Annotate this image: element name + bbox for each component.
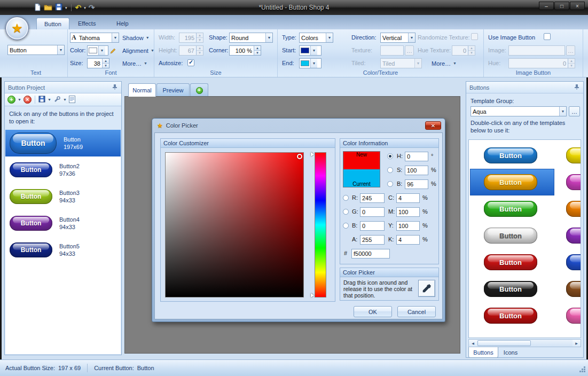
- black-input[interactable]: [396, 235, 420, 245]
- statusbar-separator: [87, 364, 88, 372]
- red-radio[interactable]: [343, 195, 349, 201]
- saturation-radio[interactable]: [387, 167, 393, 173]
- magenta-input[interactable]: [396, 207, 420, 217]
- template-button[interactable]: Button: [484, 228, 537, 244]
- panel-tab-icons[interactable]: Icons: [499, 347, 522, 358]
- template-button[interactable]: Button: [566, 308, 581, 324]
- template-group-browse-button[interactable]: …: [569, 106, 580, 116]
- font-family-combo[interactable]: A Tahoma▼: [70, 33, 119, 43]
- brightness-radio[interactable]: [387, 181, 393, 187]
- blue-label: B:: [352, 222, 357, 229]
- template-button[interactable]: Button: [566, 201, 581, 217]
- minimize-button[interactable]: –: [539, 2, 554, 10]
- hue-radio[interactable]: [387, 153, 393, 159]
- color-selection-marker: [297, 154, 302, 159]
- canvas-tab-preview[interactable]: Preview: [156, 83, 190, 97]
- canvas-tab-add[interactable]: +: [190, 83, 208, 97]
- hex-input[interactable]: [351, 249, 390, 258]
- save-dropdown-icon[interactable]: ▼: [48, 98, 51, 101]
- star-icon: ★: [11, 21, 23, 36]
- alpha-input[interactable]: [360, 235, 385, 245]
- ok-button[interactable]: OK: [354, 306, 392, 317]
- template-horizontal-scrollbar[interactable]: ◀ ▶: [468, 339, 581, 347]
- maximize-button[interactable]: □: [554, 2, 569, 10]
- end-color-combo[interactable]: ▼: [299, 58, 322, 68]
- button-text-combo[interactable]: Button▼: [7, 45, 65, 55]
- eyedropper-button[interactable]: [418, 280, 435, 297]
- tab-button[interactable]: Button: [36, 18, 69, 29]
- height-spinner: 67 ▲▼: [179, 45, 203, 56]
- project-item[interactable]: Button Button197x69: [5, 130, 121, 156]
- project-item[interactable]: Button Button297x36: [5, 156, 121, 183]
- scrollbar-thumb[interactable]: [477, 340, 531, 346]
- template-button[interactable]: Button: [566, 174, 581, 190]
- pin-icon[interactable]: [574, 84, 580, 91]
- alignment-dropdown[interactable]: Alignment▼: [120, 45, 156, 56]
- template-button[interactable]: Button: [566, 147, 581, 163]
- tools-wrench-icon[interactable]: [53, 96, 61, 104]
- spinner-arrows-icon: ▲▼: [568, 59, 575, 68]
- green-input[interactable]: [360, 207, 385, 217]
- resize-grip[interactable]: [579, 366, 586, 373]
- template-button[interactable]: Button: [484, 308, 537, 324]
- start-color-combo[interactable]: ▼: [299, 45, 322, 56]
- template-group-combo[interactable]: Aqua▼: [471, 106, 567, 116]
- project-item[interactable]: Button Button394x33: [5, 183, 121, 210]
- cancel-button[interactable]: Cancel: [397, 306, 436, 317]
- font-more-dropdown[interactable]: More…▼: [120, 58, 150, 68]
- font-size-spinner[interactable]: 38 ▲▼: [87, 58, 109, 68]
- report-icon[interactable]: [69, 96, 75, 104]
- font-color-picker-button[interactable]: [110, 45, 120, 56]
- template-button[interactable]: Button: [484, 254, 537, 270]
- saturation-value-field[interactable]: [165, 152, 304, 297]
- dialog-titlebar[interactable]: ★ Color Picker: [152, 119, 445, 132]
- hue-unit: °: [431, 153, 433, 159]
- cyan-input[interactable]: [396, 193, 420, 203]
- type-combo[interactable]: Colors▼: [299, 33, 333, 43]
- font-color-combo[interactable]: ▼: [87, 45, 108, 56]
- save-project-icon[interactable]: [38, 96, 45, 104]
- scroll-right-icon[interactable]: ▶: [573, 340, 581, 347]
- template-button[interactable]: Button: [484, 147, 537, 163]
- scroll-left-icon[interactable]: ◀: [469, 340, 477, 347]
- delete-button-icon[interactable]: ×: [23, 96, 32, 104]
- use-image-button-checkbox[interactable]: [544, 33, 551, 40]
- yellow-input[interactable]: [396, 221, 420, 231]
- green-radio[interactable]: [343, 209, 349, 215]
- project-item[interactable]: Button Button494x33: [5, 210, 121, 237]
- color-more-dropdown[interactable]: More…▼: [429, 58, 459, 68]
- pin-icon[interactable]: [112, 84, 118, 91]
- template-button[interactable]: Button: [484, 174, 537, 190]
- tab-effects[interactable]: Effects: [70, 18, 103, 29]
- blue-input[interactable]: [360, 221, 385, 231]
- add-button-icon[interactable]: +: [7, 96, 15, 104]
- shadow-dropdown[interactable]: Shadow▼: [120, 33, 152, 43]
- canvas-tab-normal[interactable]: Normal: [128, 83, 156, 97]
- tools-dropdown-icon[interactable]: ▼: [63, 98, 67, 101]
- tab-help[interactable]: Help: [109, 18, 136, 29]
- template-button[interactable]: Button: [566, 281, 581, 297]
- hue-input[interactable]: [405, 152, 428, 161]
- add-dropdown-icon[interactable]: ▼: [18, 98, 21, 101]
- new-color-swatch: New: [343, 152, 380, 169]
- blue-radio[interactable]: [343, 223, 349, 229]
- panel-tab-buttons[interactable]: Buttons: [468, 347, 498, 358]
- template-button[interactable]: Button: [484, 281, 537, 297]
- direction-combo[interactable]: Vertical▼: [380, 33, 415, 43]
- project-item[interactable]: Button Button594x33: [5, 237, 121, 263]
- brightness-input[interactable]: [405, 179, 428, 189]
- titlebar[interactable]: ▾ ↶ ▾ ↷ *Untitled - Button Shop 4 – □ ×: [0, 0, 588, 15]
- template-button[interactable]: Button: [566, 254, 581, 270]
- saturation-input[interactable]: [405, 166, 428, 175]
- template-button[interactable]: Button: [484, 201, 537, 217]
- close-button[interactable]: ×: [570, 2, 585, 10]
- red-input[interactable]: [360, 193, 385, 203]
- autosize-checkbox[interactable]: [187, 59, 194, 66]
- hue-slider[interactable]: [315, 152, 326, 297]
- application-menu-button[interactable]: ★: [5, 17, 29, 40]
- corner-spinner[interactable]: 100 % ▲▼: [229, 45, 261, 56]
- dialog-close-button[interactable]: ✕: [425, 121, 441, 130]
- template-button[interactable]: Button: [566, 228, 581, 244]
- group-label-color-texture: Color/Texture: [278, 69, 483, 76]
- shape-combo[interactable]: Round▼: [229, 33, 273, 43]
